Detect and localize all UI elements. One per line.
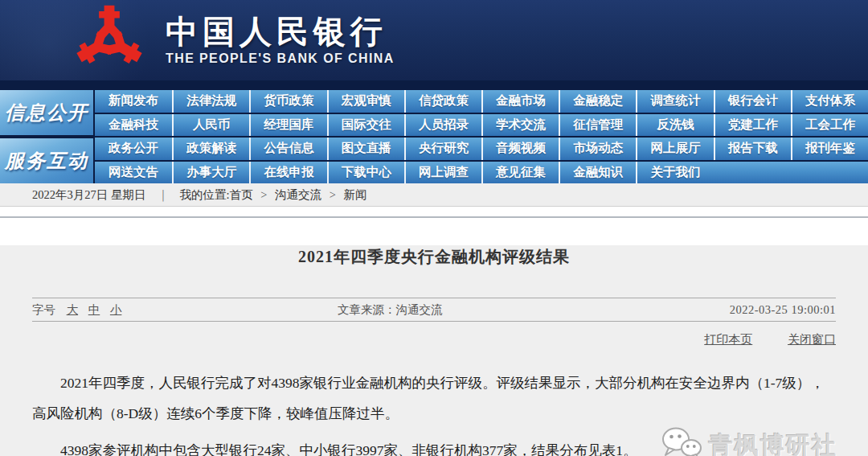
article-actions: 打印本页 关闭窗口	[32, 332, 836, 348]
close-window-button[interactable]: 关闭窗口	[788, 333, 836, 346]
article-title: 2021年四季度央行金融机构评级结果	[32, 245, 836, 268]
breadcrumb: 2022年3月27日 星期日 ｜ 我的位置: 首页 > 沟通交流 > 新闻	[0, 183, 868, 207]
nav-item[interactable]: 货币政策	[249, 90, 326, 113]
font-size-label: 字号	[32, 303, 55, 316]
article-source: 文章来源：沟通交流	[338, 298, 443, 322]
source-value: 沟通交流	[396, 303, 443, 316]
source-label: 文章来源：	[338, 303, 396, 316]
nav-item[interactable]: 音频视频	[481, 138, 559, 160]
nav-item[interactable]: 央行研究	[404, 138, 481, 160]
nav-item[interactable]: 政策解读	[172, 138, 249, 160]
separator-band	[0, 207, 868, 218]
article-paragraph: 4398家参评机构中包含大型银行24家、中小银行3997家、非银行机构377家，…	[32, 435, 836, 456]
nav-item[interactable]: 网上调查	[404, 162, 481, 184]
nav-item[interactable]: 图文直播	[327, 138, 404, 160]
nav-item[interactable]: 银行会计	[714, 90, 791, 113]
nav-item[interactable]: 金融稳定	[559, 90, 636, 113]
nav-item[interactable]: 国际交往	[327, 114, 404, 137]
nav-item[interactable]: 反洗钱	[636, 114, 713, 137]
nav-item[interactable]: 征信管理	[559, 114, 636, 137]
current-date: 2022年3月27日	[32, 187, 108, 203]
nav-item[interactable]: 支付体系	[791, 90, 868, 113]
nav-side: 信息公开 服务互动	[0, 90, 93, 183]
pboc-logo-icon	[72, 3, 146, 77]
breadcrumb-divider: ｜	[157, 187, 168, 203]
article-paragraph: 2021年四季度，人民银行完成了对4398家银行业金融机构的央行评级。评级结果显…	[32, 368, 836, 429]
article-body: 2021年四季度，人民银行完成了对4398家银行业金融机构的央行评级。评级结果显…	[32, 368, 836, 456]
breadcrumb-link[interactable]: 新闻	[343, 188, 366, 201]
print-page-button[interactable]: 打印本页	[704, 333, 752, 346]
nav-item[interactable]: 市场动态	[559, 138, 636, 160]
article-meta: 字号 大 中 小 文章来源：沟通交流 2022-03-25 19:00:01	[32, 298, 836, 322]
nav-row: 新闻发布法律法规货币政策宏观审慎信贷政策金融市场金融稳定调查统计银行会计支付体系	[95, 90, 868, 113]
nav-section-info-disclosure[interactable]: 信息公开	[0, 90, 93, 135]
nav-item[interactable]: 学术交流	[481, 114, 559, 137]
nav-item[interactable]: 网送文告	[95, 162, 172, 184]
nav-item[interactable]: 法律法规	[172, 90, 249, 113]
bank-name-en: THE PEOPLE'S BANK OF CHINA	[166, 52, 395, 65]
nav-item[interactable]: 金融知识	[559, 162, 636, 184]
nav-item[interactable]: 经理国库	[249, 114, 326, 137]
nav-item[interactable]: 调查统计	[636, 90, 713, 113]
breadcrumb-path: 首页 > 沟通交流 > 新闻	[230, 187, 367, 203]
nav-item[interactable]: 金融科技	[95, 114, 172, 137]
nav-grid: 新闻发布法律法规货币政策宏观审慎信贷政策金融市场金融稳定调查统计银行会计支付体系…	[95, 90, 868, 183]
page: 中国人民银行 THE PEOPLE'S BANK OF CHINA 信息公开 服…	[0, 0, 868, 456]
nav-item[interactable]: 政务公开	[95, 138, 172, 160]
font-size-large-button[interactable]: 大	[67, 303, 79, 316]
nav-item[interactable]: 宏观审慎	[327, 90, 404, 113]
nav-item[interactable]: 办事大厅	[172, 162, 249, 184]
nav-item[interactable]: 意见征集	[481, 162, 559, 184]
nav-row: 网送文告办事大厅在线申报下载中心网上调查意见征集金融知识关于我们	[95, 162, 868, 184]
nav-row: 金融科技人民币经理国库国际交往人员招录学术交流征信管理反洗钱党建工作工会工作	[95, 114, 868, 137]
nav-item[interactable]: 在线申报	[249, 162, 326, 184]
nav-item[interactable]: 信贷政策	[404, 90, 481, 113]
nav-item[interactable]: 报告下载	[714, 138, 791, 160]
nav-item[interactable]: 网上展厅	[636, 138, 713, 160]
font-size-small-button[interactable]: 小	[110, 303, 122, 316]
main-nav: 信息公开 服务互动 新闻发布法律法规货币政策宏观审慎信贷政策金融市场金融稳定调查…	[0, 80, 868, 183]
font-size-controls: 字号 大 中 小	[32, 298, 129, 322]
bank-name-cn: 中国人民银行	[166, 16, 395, 48]
current-weekday: 星期日	[111, 187, 146, 203]
font-size-medium-button[interactable]: 中	[88, 303, 100, 316]
bank-names: 中国人民银行 THE PEOPLE'S BANK OF CHINA	[166, 16, 395, 65]
nav-section-service-interaction[interactable]: 服务互动	[0, 138, 93, 183]
breadcrumb-link[interactable]: 首页	[230, 188, 253, 201]
nav-item[interactable]: 关于我们	[636, 162, 713, 184]
nav-item[interactable]: 公告信息	[249, 138, 326, 160]
nav-row: 政务公开政策解读公告信息图文直播央行研究音频视频市场动态网上展厅报告下载报刊年鉴	[95, 138, 868, 160]
nav-item[interactable]: 党建工作	[714, 114, 791, 137]
location-label: 我的位置:	[180, 187, 230, 203]
nav-item[interactable]: 金融市场	[481, 90, 559, 113]
nav-item[interactable]: 报刊年鉴	[791, 138, 868, 160]
nav-item[interactable]: 下载中心	[327, 162, 404, 184]
breadcrumb-separator: >	[326, 188, 338, 201]
breadcrumb-link[interactable]: 沟通交流	[275, 188, 321, 201]
breadcrumb-separator: >	[258, 188, 270, 201]
nav-item[interactable]: 人民币	[172, 114, 249, 137]
nav-item[interactable]: 工会工作	[791, 114, 868, 137]
bank-header: 中国人民银行 THE PEOPLE'S BANK OF CHINA	[0, 0, 868, 80]
article: 2021年四季度央行金融机构评级结果 字号 大 中 小 文章来源：沟通交流 20…	[0, 245, 868, 456]
nav-item[interactable]: 人员招录	[404, 114, 481, 137]
nav-item[interactable]: 新闻发布	[95, 90, 172, 113]
article-datetime: 2022-03-25 19:00:01	[730, 298, 836, 322]
